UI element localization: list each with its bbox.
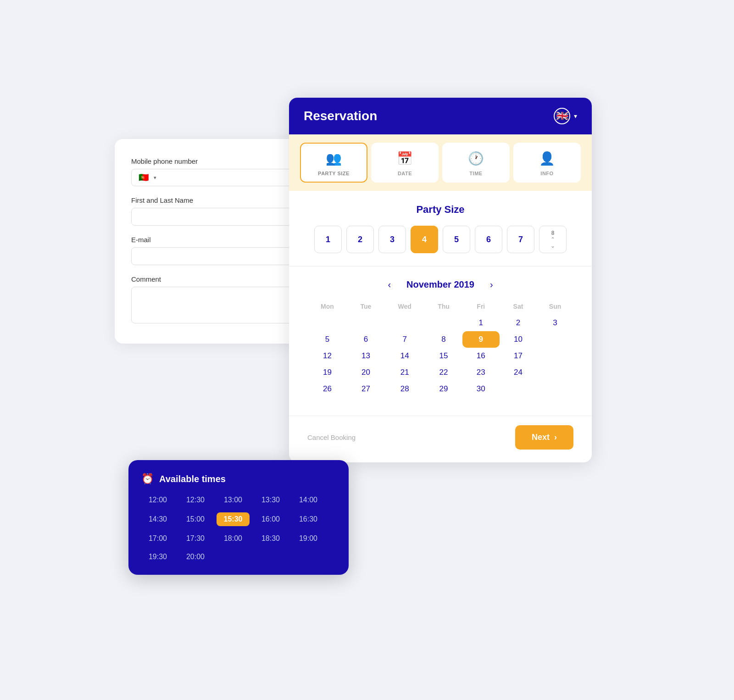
phone-flag: 🇵🇹 (137, 173, 150, 182)
party-btn-3[interactable]: 3 (378, 226, 406, 253)
cal-day-6[interactable]: 6 (347, 331, 384, 348)
flag-icon: 🇬🇧 (554, 108, 570, 124)
lang-chevron-icon: ▾ (574, 112, 577, 120)
party-btn-7[interactable]: 7 (507, 226, 534, 253)
cal-day-header-wed: Wed (384, 300, 425, 315)
cal-day-27[interactable]: 27 (347, 381, 384, 397)
time-slot-1730[interactable]: 17:30 (179, 533, 212, 544)
party-btn-6[interactable]: 6 (475, 226, 502, 253)
divider (289, 266, 592, 267)
time-slot-1830[interactable]: 18:30 (254, 533, 287, 544)
cal-day-header-tue: Tue (347, 300, 384, 315)
step-date-label: DATE (398, 171, 412, 176)
cal-day-26[interactable]: 26 (307, 381, 347, 397)
calendar-month: November 2019 (406, 279, 474, 290)
cal-day-22[interactable]: 22 (425, 364, 462, 381)
step-info[interactable]: 👤 INFO (513, 143, 581, 183)
email-input[interactable] (131, 247, 295, 265)
phone-chevron-icon[interactable]: ▾ (154, 175, 156, 181)
time-slot-1430[interactable]: 14:30 (141, 512, 174, 526)
next-arrow-icon: › (554, 433, 557, 442)
time-slot-1800[interactable]: 18:00 (217, 533, 250, 544)
cal-day-header-mon: Mon (307, 300, 347, 315)
times-grid: 12:0012:3013:0013:3014:0014:3015:0015:30… (141, 494, 336, 563)
avail-title: Available times (159, 474, 226, 484)
name-label: First and Last Name (131, 196, 295, 204)
card-footer: Cancel Booking Next › (289, 416, 592, 462)
comment-label: Comment (131, 275, 295, 283)
cal-day-20[interactable]: 20 (347, 364, 384, 381)
available-times-card: ⏰ Available times 12:0012:3013:0013:3014… (128, 460, 349, 575)
cal-day-2[interactable]: 2 (500, 315, 537, 331)
date-icon: 📅 (397, 151, 413, 166)
party-size-row: 12345678⌃⌄ (307, 226, 573, 253)
calendar-nav: ‹ November 2019 › (307, 278, 573, 292)
cal-day-13[interactable]: 13 (347, 348, 384, 364)
time-slot-1200[interactable]: 12:00 (141, 494, 174, 506)
prev-month-button[interactable]: ‹ (383, 278, 395, 292)
time-slot-1500[interactable]: 15:00 (179, 512, 212, 526)
party-btn-5[interactable]: 5 (443, 226, 470, 253)
cal-day-3[interactable]: 3 (537, 315, 573, 331)
time-slot-1300[interactable]: 13:00 (217, 494, 250, 506)
time-icon: 🕐 (468, 151, 484, 166)
cal-day-29[interactable]: 29 (425, 381, 462, 397)
time-slot-1330[interactable]: 13:30 (254, 494, 287, 506)
party-size-icon: 👥 (326, 151, 342, 166)
card-header: Reservation 🇬🇧 ▾ (289, 98, 592, 134)
time-slot-1930[interactable]: 19:30 (141, 551, 174, 563)
time-slot-1400[interactable]: 14:00 (292, 494, 325, 506)
step-info-label: INFO (540, 171, 553, 176)
cal-day-30[interactable]: 30 (462, 381, 500, 397)
cal-day-28[interactable]: 28 (384, 381, 425, 397)
time-slot-1600[interactable]: 16:00 (254, 512, 287, 526)
cal-day-7[interactable]: 7 (384, 331, 425, 348)
time-slot-1900[interactable]: 19:00 (292, 533, 325, 544)
step-party-size-label: PARTY SIZE (318, 171, 350, 176)
party-more-button[interactable]: 8⌃⌄ (539, 226, 567, 253)
cal-day-header-sun: Sun (537, 300, 573, 315)
phone-label: Mobile phone number (131, 157, 295, 165)
avail-header: ⏰ Available times (141, 473, 336, 485)
lang-selector[interactable]: 🇬🇧 ▾ (554, 108, 577, 124)
cal-day-17[interactable]: 17 (500, 348, 537, 364)
header-title: Reservation (304, 109, 377, 123)
avail-clock-icon: ⏰ (141, 473, 154, 485)
cal-day-24[interactable]: 24 (500, 364, 537, 381)
phone-input-row[interactable]: 🇵🇹 ▾ (131, 169, 295, 186)
cal-day-8[interactable]: 8 (425, 331, 462, 348)
cal-day-5[interactable]: 5 (307, 331, 347, 348)
cal-day-16[interactable]: 16 (462, 348, 500, 364)
cal-day-header-fri: Fri (462, 300, 500, 315)
cal-day-9[interactable]: 9 (462, 331, 500, 348)
steps-bar: 👥 PARTY SIZE 📅 DATE 🕐 TIME 👤 INFO (289, 134, 592, 191)
party-more-num: 8 (551, 230, 555, 236)
cancel-booking-button[interactable]: Cancel Booking (307, 433, 356, 441)
name-input[interactable] (131, 208, 295, 226)
next-button[interactable]: Next › (515, 425, 573, 450)
time-slot-1230[interactable]: 12:30 (179, 494, 212, 506)
cal-day-10[interactable]: 10 (500, 331, 537, 348)
step-time[interactable]: 🕐 TIME (442, 143, 510, 183)
step-date[interactable]: 📅 DATE (371, 143, 439, 183)
party-btn-2[interactable]: 2 (346, 226, 374, 253)
calendar-grid: MonTueWedThuFriSatSun 123567891012131415… (307, 300, 573, 397)
time-slot-2000[interactable]: 20:00 (179, 551, 212, 563)
time-slot-1700[interactable]: 17:00 (141, 533, 174, 544)
cal-day-header-thu: Thu (425, 300, 462, 315)
cal-day-15[interactable]: 15 (425, 348, 462, 364)
party-size-title: Party Size (307, 204, 573, 216)
cal-day-21[interactable]: 21 (384, 364, 425, 381)
party-btn-1[interactable]: 1 (314, 226, 342, 253)
step-party-size[interactable]: 👥 PARTY SIZE (300, 143, 367, 183)
time-slot-1530[interactable]: 15:30 (217, 512, 250, 526)
next-month-button[interactable]: › (485, 278, 498, 292)
party-btn-4[interactable]: 4 (411, 226, 438, 253)
cal-day-23[interactable]: 23 (462, 364, 500, 381)
cal-day-1[interactable]: 1 (462, 315, 500, 331)
comment-input[interactable] (131, 287, 295, 323)
cal-day-12[interactable]: 12 (307, 348, 347, 364)
cal-day-19[interactable]: 19 (307, 364, 347, 381)
time-slot-1630[interactable]: 16:30 (292, 512, 325, 526)
cal-day-14[interactable]: 14 (384, 348, 425, 364)
